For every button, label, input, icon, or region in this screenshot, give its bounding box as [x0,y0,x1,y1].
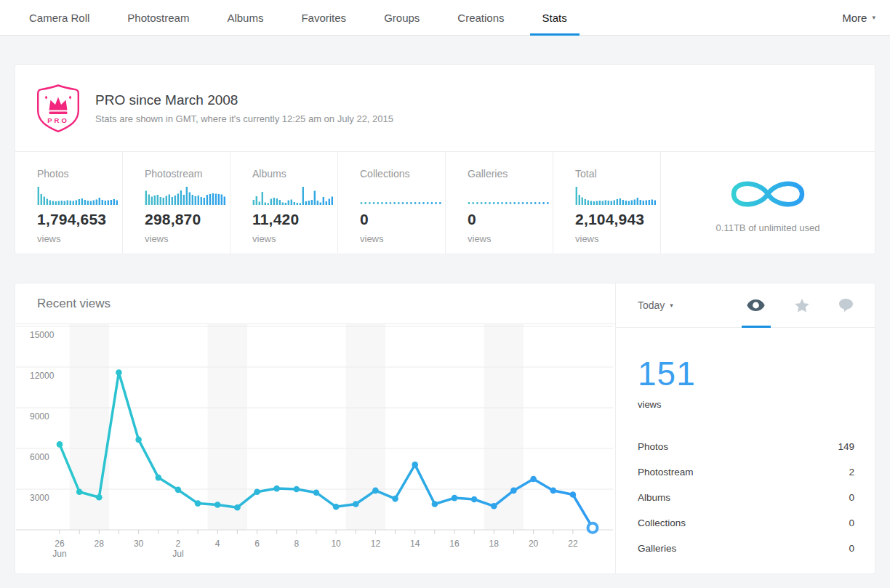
stat-card-collections[interactable]: Collections0views [338,152,446,254]
eye-icon [747,299,765,311]
photos-sparkline [37,186,119,205]
breakdown-row-albums[interactable]: Albums0 [638,485,854,510]
nav-more[interactable]: More ▾ [827,0,890,35]
chart-point[interactable] [156,475,162,481]
nav-more-label: More [842,12,867,24]
chart-point[interactable] [353,501,359,507]
stat-card-photos[interactable]: Photos1,794,653views [15,152,123,254]
tab-comments[interactable] [839,299,853,312]
chart-point[interactable] [195,500,201,507]
breakdown-row-galleries[interactable]: Galleries0 [638,536,854,561]
weekend-band [208,324,247,530]
chevron-down-icon: ▾ [670,302,673,309]
chart-point[interactable] [530,476,537,483]
chart-point[interactable] [57,441,63,448]
stat-card-photostream[interactable]: Photostream298,870views [123,152,230,254]
x-axis-label: 4 [215,539,220,549]
chart-point[interactable] [471,496,478,503]
stat-card-value: 1,794,653 [37,211,122,228]
stat-card-label: Photos [37,168,122,180]
stat-card-value: 0 [468,211,553,228]
tab-favorites[interactable] [795,299,809,313]
nav-item-photostream[interactable]: Photostream [108,0,208,35]
pro-title: PRO since March 2008 [95,92,393,108]
chart-point[interactable] [294,486,300,493]
chart-point-today[interactable] [588,523,598,533]
recent-views-title: Recent views [37,297,111,311]
breakdown-value: 2 [849,467,854,478]
nav-item-creations[interactable]: Creations [438,0,523,35]
stat-card-unit: views [145,233,230,244]
stat-card-value: 0 [360,211,445,228]
weekend-band [70,324,109,530]
stat-card-albums[interactable]: Albums11,420views [230,152,338,254]
x-axis-label: 2 [176,539,181,549]
chart-point[interactable] [412,462,418,468]
x-axis-label: 30 [134,539,144,549]
recent-views-panel: Recent views 300060009000120001500026Jun… [15,283,875,574]
chart-point[interactable] [116,369,122,376]
breakdown-row-photos[interactable]: Photos149 [638,434,854,459]
chart-point[interactable] [550,488,557,494]
breakdown-value: 0 [849,517,854,528]
stat-card-label: Total [575,168,660,180]
storage-caption: 0.11TB of unlimited used [716,222,820,233]
tab-views[interactable] [747,299,765,311]
chart-point[interactable] [491,503,497,510]
chart-point[interactable] [76,488,83,495]
albums-sparkline [252,186,334,205]
breakdown-label: Albums [638,492,670,503]
stat-card-unit: views [360,233,445,244]
stat-card-unit: views [575,233,660,244]
chart-point[interactable] [432,501,438,507]
period-dropdown[interactable]: Today ▾ [638,299,673,311]
breakdown-value: 0 [849,492,854,503]
chart-point[interactable] [254,488,260,495]
breakdown-value: 149 [838,441,854,452]
stat-card-value: 2,104,943 [575,211,660,228]
breakdown-row-photostream[interactable]: Photostream2 [638,459,854,485]
x-axis-month-label: Jul [172,549,183,559]
nav-item-groups[interactable]: Groups [365,0,438,35]
stat-card-total[interactable]: Total2,104,943views [553,152,661,254]
recent-views-header: Recent views [15,283,615,324]
chart-point[interactable] [234,504,241,511]
chart-point[interactable] [452,495,458,502]
chart-point[interactable] [215,502,221,508]
chart-point[interactable] [372,488,379,494]
stat-card-label: Albums [252,168,337,180]
chart-point[interactable] [392,496,398,502]
account-stats-panel: PRO PRO since March 2008 Stats are shown… [15,64,875,254]
breakdown-label: Galleries [638,543,676,554]
nav-item-camera-roll[interactable]: Camera Roll [10,0,108,35]
nav-item-stats[interactable]: Stats [524,0,586,35]
chart-point[interactable] [570,491,577,498]
breakdown-label: Collections [638,517,686,528]
breakdown-row-collections[interactable]: Collections0 [638,510,854,536]
chart-point[interactable] [313,489,320,496]
chart-point[interactable] [273,486,280,492]
chart-point[interactable] [333,504,340,510]
chart-point[interactable] [510,488,517,494]
collections-sparkline [360,186,441,205]
stat-card-galleries[interactable]: Galleries0views [446,152,553,254]
weekend-band [346,324,385,530]
comment-icon [839,299,853,312]
nav-item-favorites[interactable]: Favorites [282,0,365,35]
nav-item-albums[interactable]: Albums [208,0,282,35]
x-axis-label: 22 [568,539,578,549]
chevron-down-icon: ▾ [872,14,875,21]
x-axis-label: 14 [410,539,420,549]
infinity-icon [723,173,813,215]
x-axis-label: 18 [489,539,500,549]
stat-card-label: Photostream [145,168,230,180]
pro-badge-icon: PRO [37,84,79,132]
recent-views-chart: 300060009000120001500026Jun28302Jul46810… [15,324,614,571]
chart-point[interactable] [175,487,182,494]
y-axis-label: 15000 [30,330,55,340]
star-icon [795,299,809,313]
chart-point[interactable] [135,437,142,443]
stat-card-unit: views [468,233,553,244]
chart-point[interactable] [96,494,103,501]
breakdown-value: 0 [849,543,854,554]
